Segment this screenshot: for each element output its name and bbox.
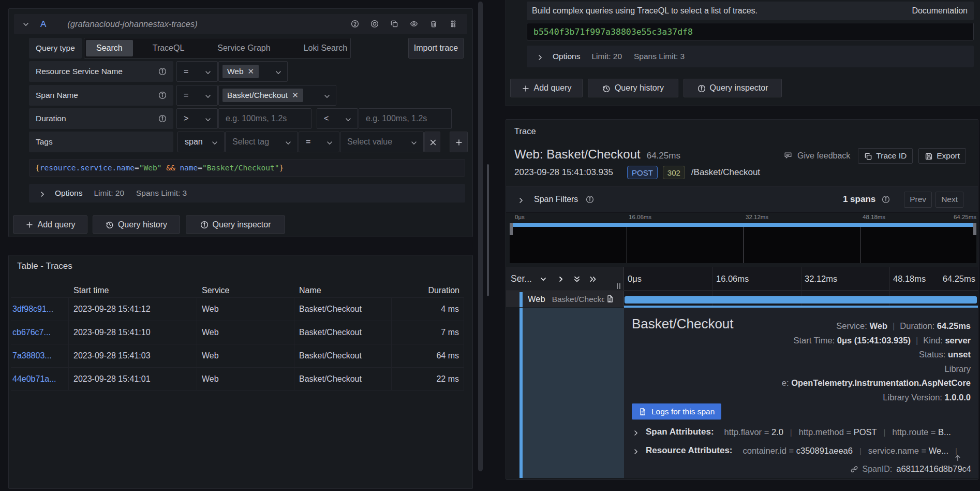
right-query-editor: Build complex queries using TraceQL to s… — [506, 0, 980, 106]
minimap-left-scrub-handle[interactable] — [510, 223, 513, 235]
tag-operator-select[interactable]: = — [299, 132, 339, 152]
add-query-button[interactable]: Add query — [510, 79, 583, 97]
delete-query-trash-icon[interactable] — [429, 20, 438, 28]
trace-id-button[interactable]: Trace ID — [858, 148, 913, 164]
meta-line: Library — [782, 362, 971, 377]
query-type-traceql[interactable]: TraceQL — [142, 40, 195, 56]
span-attributes-row[interactable]: Span Attributes: http.flavor = 2.0 | htt… — [632, 427, 973, 437]
span-name-value-select[interactable]: Basket/Checkout✕ — [218, 85, 336, 106]
span-row[interactable]: Web Basket/Checkout — [506, 291, 978, 307]
info-icon[interactable] — [158, 91, 167, 99]
span-filters-label[interactable]: Span Filters — [534, 195, 578, 204]
tag-scope-select[interactable]: span — [177, 132, 225, 152]
chevron-right-icon[interactable] — [517, 196, 524, 203]
http-method-badge: POST — [627, 166, 658, 179]
left-pane-scrollbar[interactable] — [478, 2, 483, 471]
info-icon[interactable] — [882, 195, 890, 204]
value-chip: Basket/Checkout✕ — [222, 89, 303, 102]
give-feedback-button[interactable]: Give feedback — [784, 151, 850, 161]
prev-span-button[interactable]: Prev — [904, 192, 932, 208]
query-type-service-graph[interactable]: Service Graph — [207, 40, 280, 56]
trace-id-link[interactable]: cb676c7... — [12, 328, 51, 337]
duration-min-operator-select[interactable]: > — [176, 108, 218, 129]
record-icon[interactable] — [370, 20, 379, 28]
col-header-duration[interactable]: Duration — [392, 286, 464, 295]
tag-name-select[interactable]: Select tag — [225, 132, 298, 152]
collapse-all-icon[interactable] — [573, 275, 580, 282]
export-button[interactable]: Export — [918, 148, 966, 164]
duration-max-input[interactable]: e.g. 100ms, 1.2s — [359, 108, 452, 129]
query-type-loki-search[interactable]: Loki Search — [293, 40, 358, 56]
add-query-button[interactable]: Add query — [13, 215, 87, 234]
options-collapse-row[interactable]: Options Limit: 20 Spans Limit: 3 — [29, 184, 465, 203]
query-history-button[interactable]: Query history — [93, 215, 180, 234]
cell-start-time: 2023-09-28 15:41:03 — [69, 344, 197, 367]
duration-max-operator-select[interactable]: < — [317, 108, 358, 129]
split-pane-resizer-handle[interactable] — [487, 164, 489, 296]
chevron-down-icon[interactable] — [539, 275, 547, 283]
query-row-header[interactable]: A (grafanacloud-johannestax-traces) — [14, 14, 467, 34]
minimap-right-scrub-handle[interactable] — [973, 223, 976, 235]
remove-chip-icon[interactable]: ✕ — [248, 67, 255, 76]
info-icon[interactable] — [158, 67, 167, 76]
logs-for-span-button[interactable]: Logs for this span — [632, 403, 721, 420]
tag-value-select[interactable]: Select value — [340, 132, 424, 152]
traceql-query-input[interactable]: b5540f3b71f997a38803e55c3a37df8 — [527, 23, 974, 40]
cell-duration: 64 ms — [392, 344, 464, 367]
column-resize-handle[interactable] — [617, 283, 621, 289]
left-query-editor-panel: A (grafanacloud-johannestax-traces) Quer… — [8, 8, 473, 237]
query-type-radio-group: Search TraceQL Service Graph Loki Search — [84, 38, 351, 59]
next-span-button[interactable]: Next — [936, 192, 963, 208]
help-icon[interactable] — [351, 20, 360, 28]
trace-minimap[interactable] — [510, 223, 976, 263]
trace-id-link[interactable]: 7a38803... — [12, 351, 52, 360]
info-icon[interactable] — [586, 195, 594, 204]
cell-start-time: 2023-09-28 15:41:10 — [69, 321, 197, 344]
query-type-search[interactable]: Search — [86, 40, 133, 56]
chevron-down-icon — [204, 68, 211, 75]
span-timeline-cell — [624, 291, 978, 307]
remove-chip-icon[interactable]: ✕ — [292, 91, 299, 100]
col-header-name[interactable]: Name — [294, 286, 392, 295]
add-tag-button[interactable] — [450, 132, 468, 152]
trace-id-link[interactable]: 3df98c91... — [12, 305, 53, 314]
query-inspector-button[interactable]: Query inspector — [186, 215, 285, 234]
chevron-down-icon — [344, 115, 351, 122]
resource-attributes-row[interactable]: Resource Attributes: container.id = c350… — [632, 445, 973, 456]
link-icon[interactable] — [850, 465, 858, 473]
span-color-accent-bar — [519, 292, 523, 307]
query-inspector-button[interactable]: Query inspector — [684, 79, 782, 97]
query-history-button[interactable]: Query history — [588, 79, 678, 97]
trace-subheader: 2023-09-28 15:41:03.935 POST 302 /Basket… — [514, 165, 760, 180]
query-ref-id: A — [40, 19, 46, 30]
disable-query-eye-icon[interactable] — [410, 20, 419, 28]
span-detail-panel: Basket/Checkout Service: Web|Duration: 6… — [506, 308, 978, 479]
chevron-right-icon — [38, 190, 45, 197]
col-header-start-time[interactable]: Start time — [69, 286, 197, 295]
trace-id-link[interactable]: 44e0b71a... — [12, 374, 56, 384]
drag-grip-icon[interactable] — [449, 20, 458, 28]
copy-query-icon[interactable] — [390, 20, 399, 28]
traceql-preview: {resource.service.name="Web" && name="Ba… — [29, 159, 465, 177]
chevron-down-icon — [211, 139, 217, 146]
minimap-tick-labels: 0μs 16.06ms 32.12ms 48.18ms 64.25ms — [510, 214, 976, 221]
import-trace-button[interactable]: Import trace — [408, 38, 464, 59]
chevron-down-icon — [323, 92, 330, 99]
remove-tag-button[interactable] — [424, 132, 440, 152]
col-header-service[interactable]: Service — [197, 286, 294, 295]
info-icon[interactable] — [158, 114, 167, 123]
scroll-to-top-icon[interactable] — [954, 454, 961, 461]
span-duration-bar[interactable] — [625, 296, 977, 304]
duration-min-input[interactable]: e.g. 100ms, 1.2s — [218, 108, 311, 129]
options-collapse-row[interactable]: Options Limit: 20 Spans Limit: 3 — [527, 46, 974, 67]
resource-service-operator-select[interactable]: = — [176, 61, 218, 82]
documentation-link[interactable]: Documentation — [912, 6, 968, 16]
expand-all-icon[interactable] — [589, 275, 596, 282]
resource-service-value-select[interactable]: Web✕ — [218, 61, 288, 82]
span-name-operator-select[interactable]: = — [176, 85, 218, 106]
chevron-down-icon — [204, 92, 211, 99]
collapse-query-icon[interactable] — [22, 20, 29, 28]
cell-start-time: 2023-09-28 15:41:12 — [69, 298, 197, 321]
span-logs-icon[interactable] — [606, 295, 615, 304]
chevron-right-icon[interactable] — [557, 275, 564, 282]
